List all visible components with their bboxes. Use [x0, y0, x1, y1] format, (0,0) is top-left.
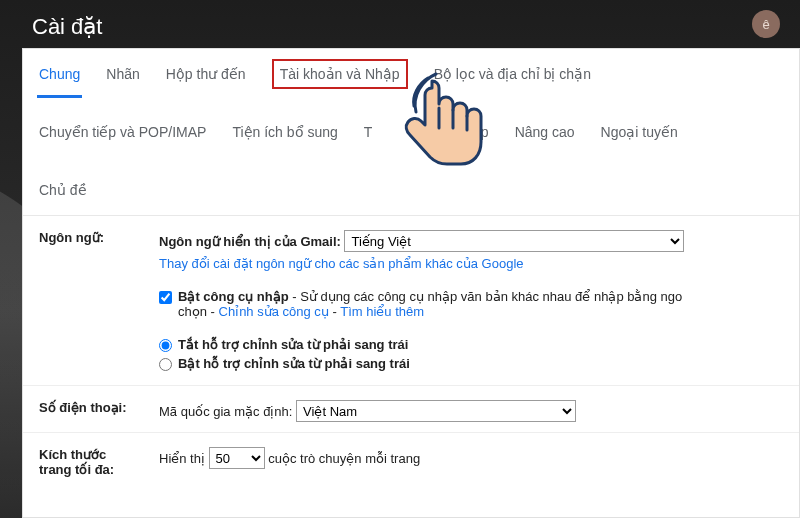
ime-text: Bật công cụ nhập - Sử dụng các công cụ n… [178, 289, 682, 319]
tabs-bar: Chung Nhãn Hộp thư đến Tài khoản và Nhập… [23, 49, 799, 216]
page-title: Cài đặt [32, 14, 102, 40]
gmail-display-language-label: Ngôn ngữ hiển thị của Gmail: [159, 234, 341, 249]
label-rtl-on: Bật hỗ trợ chỉnh sửa từ phải sang trái [178, 356, 410, 371]
link-learn-more[interactable]: Tìm hiểu thêm [340, 304, 424, 319]
label-show: Hiển thị [159, 451, 205, 466]
tab-filters[interactable]: Bộ lọc và địa chỉ bị chặn [434, 63, 591, 85]
tab-chat-meet-partial-left[interactable]: T [364, 121, 373, 143]
tab-forwarding-pop-imap[interactable]: Chuyển tiếp và POP/IMAP [39, 121, 206, 143]
select-display-language[interactable]: Tiếng Việt [344, 230, 684, 252]
section-phone: Số điện thoại: Mã quốc gia mặc định: Việ… [23, 386, 799, 433]
label-convos-per-page: cuộc trò chuyện mỗi trang [268, 451, 420, 466]
radio-rtl-off[interactable] [159, 339, 172, 352]
label-phone: Số điện thoại: [39, 400, 139, 422]
label-language: Ngôn ngữ: [39, 230, 139, 375]
section-page-size: Kích thước trang tối đa: Hiển thị 50 cuộ… [23, 433, 799, 487]
tab-labels[interactable]: Nhãn [106, 63, 139, 85]
label-rtl-off: Tắt hỗ trợ chỉnh sửa từ phải sang trái [178, 337, 408, 352]
select-country-code[interactable]: Việt Nam [296, 400, 576, 422]
tab-chat-meet-partial-right[interactable]: à họp [452, 121, 488, 143]
ime-sep: - [329, 304, 340, 319]
ime-desc-line1: - Sử dụng các công cụ nhập văn bản khác … [289, 289, 683, 304]
tab-themes[interactable]: Chủ đề [39, 179, 87, 201]
label-country-code: Mã quốc gia mặc định: [159, 404, 292, 419]
checkbox-enable-ime[interactable] [159, 291, 172, 304]
label-page-size: Kích thước trang tối đa: [39, 447, 139, 477]
tab-inbox[interactable]: Hộp thư đến [166, 63, 246, 85]
ime-desc-line2: chọn - [178, 304, 219, 319]
tab-offline[interactable]: Ngoại tuyến [601, 121, 678, 143]
tab-general[interactable]: Chung [39, 63, 80, 85]
select-page-size[interactable]: 50 [209, 447, 265, 469]
link-change-language-other-products[interactable]: Thay đổi cài đặt ngôn ngữ cho các sản ph… [159, 256, 524, 271]
ime-label: Bật công cụ nhập [178, 289, 289, 304]
tab-addons[interactable]: Tiện ích bổ sung [232, 121, 337, 143]
section-language: Ngôn ngữ: Ngôn ngữ hiển thị của Gmail: T… [23, 216, 799, 386]
avatar[interactable]: ê [752, 10, 780, 38]
settings-card: Chung Nhãn Hộp thư đến Tài khoản và Nhập… [22, 48, 800, 518]
link-edit-tools[interactable]: Chỉnh sửa công cụ [219, 304, 329, 319]
tab-advanced[interactable]: Nâng cao [515, 121, 575, 143]
tab-accounts-import[interactable]: Tài khoản và Nhập [272, 59, 408, 89]
radio-rtl-on[interactable] [159, 358, 172, 371]
